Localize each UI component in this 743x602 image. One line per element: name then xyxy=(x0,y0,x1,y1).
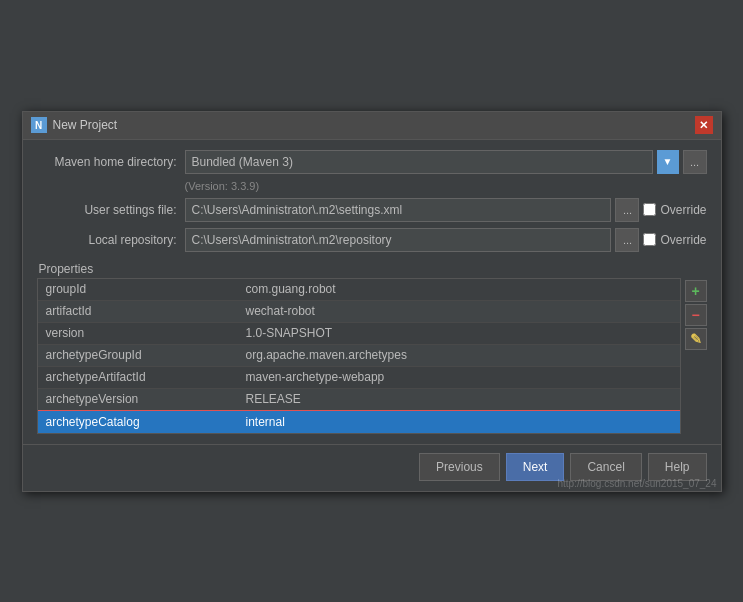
user-settings-override: Override xyxy=(643,203,706,217)
table-row[interactable]: archetypeVersionRELEASE xyxy=(38,389,680,411)
next-button[interactable]: Next xyxy=(506,453,565,481)
new-project-dialog: N New Project ✕ Maven home directory: Bu… xyxy=(22,111,722,492)
maven-home-arrow[interactable]: ▼ xyxy=(657,150,679,174)
properties-row: groupIdcom.guang.robotartifactIdwechat-r… xyxy=(37,278,707,434)
table-row[interactable]: archetypeGroupIdorg.apache.maven.archety… xyxy=(38,345,680,367)
property-value: org.apache.maven.archetypes xyxy=(238,348,680,362)
user-settings-input-container: ... Override xyxy=(185,198,707,222)
local-repo-override-label: Override xyxy=(660,233,706,247)
property-key: archetypeVersion xyxy=(38,392,238,406)
maven-home-ellipsis[interactable]: ... xyxy=(683,150,707,174)
property-key: archetypeGroupId xyxy=(38,348,238,362)
property-key: artifactId xyxy=(38,304,238,318)
user-settings-row: User settings file: ... Override xyxy=(37,198,707,222)
help-button[interactable]: Help xyxy=(648,453,707,481)
property-key: archetypeCatalog xyxy=(38,415,238,429)
properties-label: Properties xyxy=(37,262,707,276)
local-repo-row: Local repository: ... Override xyxy=(37,228,707,252)
user-settings-override-checkbox[interactable] xyxy=(643,203,656,216)
dialog-content: Maven home directory: Bundled (Maven 3) … xyxy=(23,140,721,444)
user-settings-label: User settings file: xyxy=(37,203,177,217)
maven-home-dropdown[interactable]: Bundled (Maven 3) xyxy=(185,150,653,174)
cancel-button[interactable]: Cancel xyxy=(570,453,641,481)
local-repo-input[interactable] xyxy=(185,228,612,252)
side-buttons: + − ✎ xyxy=(681,278,707,352)
properties-table: groupIdcom.guang.robotartifactIdwechat-r… xyxy=(37,278,681,434)
maven-home-row: Maven home directory: Bundled (Maven 3) … xyxy=(37,150,707,174)
local-repo-override: Override xyxy=(643,233,706,247)
user-settings-input[interactable] xyxy=(185,198,612,222)
property-key: groupId xyxy=(38,282,238,296)
user-settings-override-label: Override xyxy=(660,203,706,217)
local-repo-ellipsis[interactable]: ... xyxy=(615,228,639,252)
properties-section: Properties groupIdcom.guang.robotartifac… xyxy=(37,262,707,434)
dialog-icon: N xyxy=(31,117,47,133)
user-settings-ellipsis[interactable]: ... xyxy=(615,198,639,222)
edit-property-button[interactable]: ✎ xyxy=(685,328,707,350)
table-row[interactable]: version1.0-SNAPSHOT xyxy=(38,323,680,345)
local-repo-input-container: ... Override xyxy=(185,228,707,252)
dialog-title: New Project xyxy=(53,118,118,132)
property-key: archetypeArtifactId xyxy=(38,370,238,384)
dialog-footer: Previous Next Cancel Help http://blog.cs… xyxy=(23,444,721,491)
local-repo-label: Local repository: xyxy=(37,233,177,247)
add-property-button[interactable]: + xyxy=(685,280,707,302)
close-button[interactable]: ✕ xyxy=(695,116,713,134)
property-value: RELEASE xyxy=(238,392,680,406)
maven-home-input-container: Bundled (Maven 3) ▼ ... xyxy=(185,150,707,174)
maven-version-text: (Version: 3.3.9) xyxy=(37,180,707,192)
property-value: com.guang.robot xyxy=(238,282,680,296)
table-row[interactable]: archetypeCataloginternal xyxy=(38,411,680,433)
property-value: internal xyxy=(238,415,680,429)
local-repo-override-checkbox[interactable] xyxy=(643,233,656,246)
watermark: http://blog.csdn.net/sun2015_07_24 xyxy=(557,478,716,489)
previous-button[interactable]: Previous xyxy=(419,453,500,481)
title-bar: N New Project ✕ xyxy=(23,112,721,140)
table-row[interactable]: archetypeArtifactIdmaven-archetype-webap… xyxy=(38,367,680,389)
table-row[interactable]: artifactIdwechat-robot xyxy=(38,301,680,323)
property-value: wechat-robot xyxy=(238,304,680,318)
property-value: maven-archetype-webapp xyxy=(238,370,680,384)
title-bar-left: N New Project xyxy=(31,117,118,133)
maven-home-label: Maven home directory: xyxy=(37,155,177,169)
property-value: 1.0-SNAPSHOT xyxy=(238,326,680,340)
table-row[interactable]: groupIdcom.guang.robot xyxy=(38,279,680,301)
property-key: version xyxy=(38,326,238,340)
remove-property-button[interactable]: − xyxy=(685,304,707,326)
maven-home-value: Bundled (Maven 3) xyxy=(192,155,293,169)
